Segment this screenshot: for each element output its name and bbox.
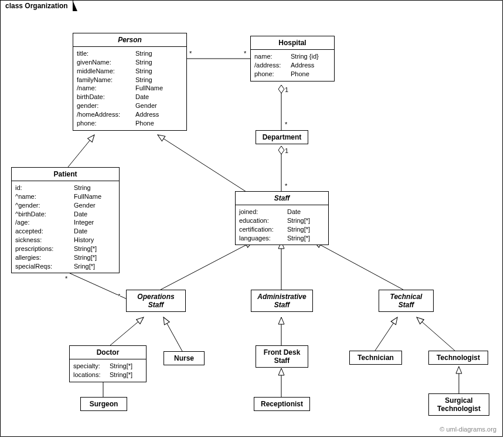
attr-name: phone: (77, 119, 135, 128)
mult: 1 (285, 147, 288, 154)
attr-row: specialty:String[*] (73, 362, 142, 371)
class-title: Doctor (70, 346, 146, 359)
attr-row: ^gender:Gender (15, 201, 115, 210)
attr-row: familyName:String (77, 76, 183, 84)
attr-name: allergies: (15, 253, 74, 262)
class-title: Hospital (251, 36, 334, 50)
attr-name: education: (239, 216, 287, 225)
attr-row: /address:Address (254, 61, 331, 70)
attr-row: languages:String[*] (239, 234, 325, 243)
attr-type: String[*] (287, 216, 310, 225)
attr-type: History (74, 236, 94, 245)
class-staff: Staff joined:Dateeducation:String[*]cert… (235, 191, 329, 245)
line1: Surgical (445, 396, 472, 405)
class-surgical-technologist: Surgical Technologist (428, 393, 489, 416)
attr-name: /age: (15, 218, 74, 227)
class-receptionist: Receptionist (254, 397, 310, 411)
class-title: Administrative Staff (251, 290, 312, 311)
line1: Administrative (257, 293, 306, 301)
attr-type: String[*] (110, 362, 132, 371)
line2: Technologist (437, 405, 481, 413)
attr-row: education:String[*] (239, 216, 325, 225)
attr-row: /age:Integer (15, 218, 115, 227)
attr-row: sickness:History (15, 236, 115, 245)
attr-type: Phone (291, 70, 309, 79)
attr-name: joined: (239, 208, 287, 216)
mult: 1 (285, 86, 288, 93)
class-nurse: Nurse (164, 351, 205, 365)
attr-name: languages: (239, 234, 287, 243)
attr-type: Phone (135, 119, 154, 128)
class-doctor: Doctor specialty:String[*]locations:Stri… (69, 345, 147, 382)
attr-name: phone: (254, 70, 291, 79)
class-front-desk-staff: Front Desk Staff (256, 345, 308, 368)
svg-line-9 (110, 317, 144, 345)
class-title: Receptionist (254, 398, 309, 410)
attr-row: gender:Gender (77, 101, 183, 110)
class-title: Technical Staff (379, 290, 433, 311)
mult: * (65, 275, 67, 282)
attr-row: /name:FullName (77, 84, 183, 93)
attr-name: title: (77, 49, 135, 58)
svg-line-5 (70, 273, 130, 300)
attr-type: String[*] (287, 234, 310, 243)
class-attrs: joined:Dateeducation:String[*]certificat… (236, 205, 328, 245)
attr-row: id:String (15, 184, 115, 192)
attr-name: specialReqs: (15, 262, 74, 271)
attr-type: FullName (74, 192, 101, 201)
attr-name: middleName: (77, 67, 135, 76)
attr-type: String (135, 76, 152, 84)
mult: * (244, 50, 246, 57)
attr-row: name:String {id} (254, 52, 331, 61)
class-patient: Patient id:String^name:FullName^gender:G… (11, 167, 120, 273)
line2: Staff (148, 301, 164, 309)
class-title: Operations Staff (127, 290, 185, 311)
attr-row: prescriptions:String[*] (15, 245, 115, 253)
class-attrs: id:String^name:FullName^gender:Gender^bi… (12, 181, 119, 273)
class-attrs: name:String {id}/address:Addressphone:Ph… (251, 50, 334, 81)
class-attrs: title:StringgivenName:StringmiddleName:S… (73, 47, 186, 130)
attr-row: joined:Date (239, 208, 325, 216)
attr-row: certification:String[*] (239, 225, 325, 234)
attr-name: birthDate: (77, 93, 135, 101)
attr-row: accepted:Date (15, 227, 115, 236)
attr-type: String {id} (291, 52, 319, 61)
class-title: Technician (350, 351, 401, 364)
attr-row: allergies:String[*] (15, 253, 115, 262)
mult: * (285, 121, 287, 128)
frame-title: class Organization (0, 0, 73, 11)
class-administrative-staff: Administrative Staff (251, 290, 313, 312)
attr-row: middleName:String (77, 67, 183, 76)
attr-name: /address: (254, 61, 291, 70)
class-title: Front Desk Staff (256, 346, 308, 367)
class-title: Surgical Technologist (429, 394, 489, 415)
attr-type: Date (74, 227, 87, 236)
line1: Front Desk (264, 348, 301, 356)
attr-row: locations:String[*] (73, 371, 142, 379)
attr-name: ^gender: (15, 201, 74, 210)
line2: Staff (274, 356, 290, 365)
attr-type: String (135, 58, 152, 67)
attr-row: title:String (77, 49, 183, 58)
attr-type: Date (287, 208, 301, 216)
mult: * (189, 50, 192, 57)
attr-type: Gender (135, 101, 157, 110)
attr-row: phone:Phone (254, 70, 331, 79)
attr-name: /homeAddress: (77, 110, 135, 119)
svg-line-4 (158, 135, 246, 192)
mult: * (118, 293, 120, 300)
class-surgeon: Surgeon (80, 397, 127, 411)
attr-row: ^name:FullName (15, 192, 115, 201)
attr-type: Address (135, 110, 159, 119)
svg-line-6 (161, 242, 253, 290)
class-title: Department (256, 131, 308, 144)
attr-type: String[*] (74, 245, 97, 253)
class-person: Person title:StringgivenName:Stringmiddl… (73, 33, 187, 131)
attr-type: Date (135, 93, 149, 101)
mult: * (285, 182, 287, 189)
svg-line-14 (417, 317, 455, 351)
attr-row: givenName:String (77, 58, 183, 67)
attr-name: certification: (239, 225, 287, 234)
attr-type: String (135, 49, 152, 58)
svg-line-13 (375, 317, 397, 351)
